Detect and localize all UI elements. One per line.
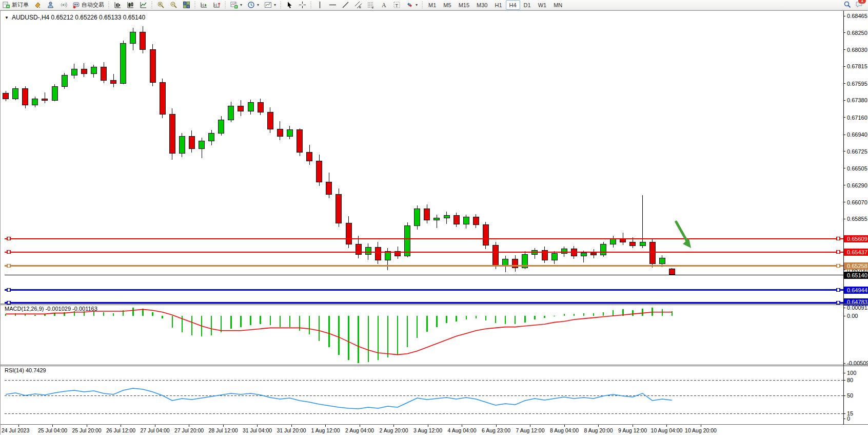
candle[interactable] xyxy=(326,182,332,194)
candle-chart-button[interactable] xyxy=(124,0,137,10)
candle[interactable] xyxy=(307,153,312,161)
candle[interactable] xyxy=(649,242,655,263)
candle[interactable] xyxy=(189,136,194,148)
community-button[interactable] xyxy=(44,0,57,10)
candle[interactable] xyxy=(209,133,214,141)
candle[interactable] xyxy=(248,103,253,111)
candle[interactable] xyxy=(532,251,538,255)
trendline-button[interactable] xyxy=(339,0,352,10)
chart-shift-button[interactable] xyxy=(210,0,223,10)
candle[interactable] xyxy=(267,112,273,129)
text-button[interactable]: A xyxy=(378,0,390,10)
cursor-button[interactable] xyxy=(283,0,296,10)
candle[interactable] xyxy=(630,242,636,246)
candle[interactable] xyxy=(385,251,390,260)
candle[interactable] xyxy=(434,218,440,220)
text-label-button[interactable]: T xyxy=(390,0,403,10)
candle[interactable] xyxy=(32,99,38,105)
candle[interactable] xyxy=(42,99,48,100)
candle[interactable] xyxy=(3,93,9,99)
horizontal-line-button[interactable] xyxy=(326,0,339,10)
line-handle[interactable] xyxy=(7,237,10,240)
new-order-button[interactable]: 新订单 xyxy=(0,0,31,10)
line-handle[interactable] xyxy=(7,289,10,292)
line-handle[interactable] xyxy=(837,264,840,268)
add-indicator-dropdown[interactable]: ▾ xyxy=(228,0,245,10)
timeframe-button-mn[interactable]: MN xyxy=(550,0,566,10)
candle[interactable] xyxy=(160,83,165,115)
notifications-button[interactable]: 1 xyxy=(855,1,863,9)
auto-scroll-button[interactable] xyxy=(198,0,210,10)
timeframe-button-w1[interactable]: W1 xyxy=(535,0,550,10)
candle[interactable] xyxy=(601,244,606,255)
candle[interactable] xyxy=(81,69,87,74)
candle[interactable] xyxy=(199,141,205,148)
timeframe-button-d1[interactable]: D1 xyxy=(520,0,535,10)
timeframe-button-h1[interactable]: H1 xyxy=(491,0,505,10)
candle[interactable] xyxy=(640,242,645,246)
candle[interactable] xyxy=(62,75,67,86)
template-dropdown[interactable]: ▾ xyxy=(262,0,279,10)
candle[interactable] xyxy=(444,216,449,218)
candle[interactable] xyxy=(493,245,499,265)
candle[interactable] xyxy=(356,244,361,255)
candle[interactable] xyxy=(483,225,488,245)
candle[interactable] xyxy=(424,209,430,220)
candle[interactable] xyxy=(415,209,420,225)
candle[interactable] xyxy=(130,32,136,44)
line-handle[interactable] xyxy=(7,251,10,254)
line-handle[interactable] xyxy=(837,289,840,292)
signals-button[interactable] xyxy=(57,0,70,10)
arrows-dropdown[interactable]: ▾ xyxy=(403,0,420,10)
candle[interactable] xyxy=(13,89,18,99)
candle[interactable] xyxy=(297,130,303,153)
timeframe-button-m15[interactable]: M15 xyxy=(455,0,473,10)
candle[interactable] xyxy=(219,120,224,133)
line-handle[interactable] xyxy=(7,264,10,268)
timeframe-button-m5[interactable]: M5 xyxy=(440,0,455,10)
vertical-line-button[interactable] xyxy=(313,0,326,10)
styler-button[interactable] xyxy=(31,0,44,10)
candle[interactable] xyxy=(453,216,459,224)
candle[interactable] xyxy=(238,106,244,111)
candle[interactable] xyxy=(101,67,107,80)
timeframe-button-h4[interactable]: H4 xyxy=(506,0,520,10)
line-chart-button[interactable] xyxy=(137,0,150,10)
candle[interactable] xyxy=(179,136,185,153)
equidistant-channel-button[interactable]: E xyxy=(352,0,365,10)
chart-window[interactable]: 0.684650.682500.680300.678150.675950.673… xyxy=(0,10,867,434)
candle[interactable] xyxy=(91,67,96,74)
candle[interactable] xyxy=(346,223,351,244)
candle[interactable] xyxy=(620,239,626,242)
candle[interactable] xyxy=(581,253,586,256)
candle[interactable] xyxy=(561,249,567,254)
timeframe-button-m30[interactable]: M30 xyxy=(473,0,491,10)
candle[interactable] xyxy=(610,239,616,244)
candle[interactable] xyxy=(503,259,508,265)
candle[interactable] xyxy=(277,129,283,136)
candle[interactable] xyxy=(571,249,577,256)
candle[interactable] xyxy=(23,89,28,105)
price-chart[interactable]: 0.684650.682500.680300.678150.675950.673… xyxy=(1,11,868,435)
candle[interactable] xyxy=(140,32,146,50)
chart-title[interactable]: ▼ AUDUSD-,H4 0.65212 0.65226 0.65133 0.6… xyxy=(5,14,145,21)
bar-chart-button[interactable] xyxy=(111,0,124,10)
candle[interactable] xyxy=(365,248,371,255)
candle[interactable] xyxy=(121,44,126,83)
candle[interactable] xyxy=(287,130,292,136)
candle[interactable] xyxy=(111,80,116,83)
candle[interactable] xyxy=(463,217,469,224)
line-handle[interactable] xyxy=(837,251,840,254)
candle[interactable] xyxy=(52,86,57,100)
candle[interactable] xyxy=(71,69,77,75)
candle[interactable] xyxy=(551,254,557,260)
candle[interactable] xyxy=(169,115,175,154)
candle[interactable] xyxy=(669,269,675,275)
search-button[interactable] xyxy=(843,1,851,9)
candle[interactable] xyxy=(228,106,234,120)
candle[interactable] xyxy=(659,258,665,264)
candle[interactable] xyxy=(375,248,381,260)
candle[interactable] xyxy=(317,161,322,182)
zoom-out-button[interactable] xyxy=(167,0,180,10)
candle[interactable] xyxy=(336,195,342,223)
